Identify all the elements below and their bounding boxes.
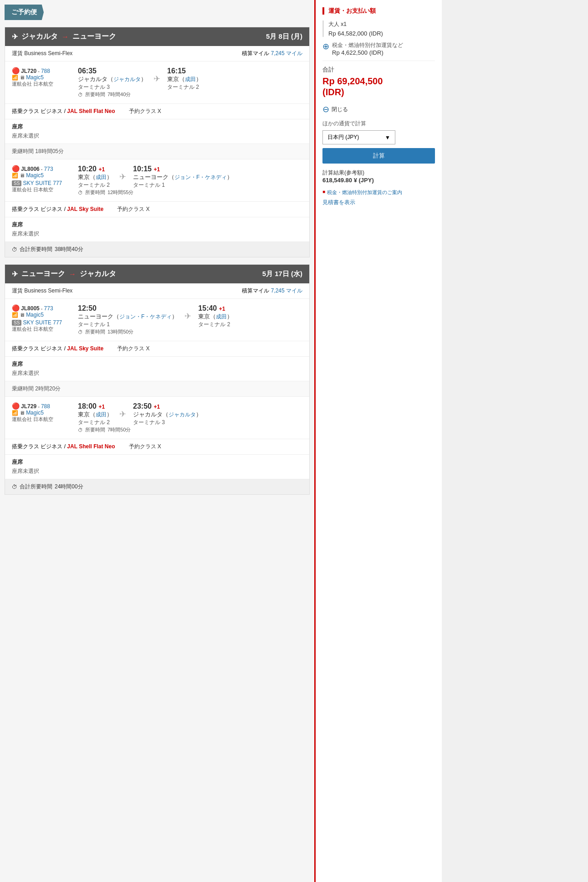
return-seg2-depart-link[interactable]: 成田 bbox=[96, 411, 107, 418]
segment1-arrive-city: 東京（成田） bbox=[167, 75, 202, 83]
segment1-arrive-terminal: ターミナル 2 bbox=[167, 83, 202, 91]
main-content: ご予約便 ✈ ジャカルタ → ニューヨーク 5月 8日 (月) 運賃 Busin… bbox=[0, 0, 314, 882]
outbound-flight-card: ✈ ジャカルタ → ニューヨーク 5月 8日 (月) 運賃 Business S… bbox=[5, 27, 310, 257]
flight-arrow-1: ✈ bbox=[153, 67, 160, 84]
estimate-link[interactable]: 見積書を表示 bbox=[322, 199, 435, 206]
segment1-airline-name: 運航会社 日本航空 bbox=[12, 81, 71, 87]
seg1-depart-link[interactable]: ジャカルタ bbox=[113, 76, 141, 82]
sidebar: 運賃・お支払い額 大人 x1 Rp 64,582,000 (IDR) ⊕ 税金・… bbox=[314, 0, 442, 882]
return-seg2-depart-terminal: ターミナル 2 bbox=[78, 419, 112, 426]
wifi-icon-2: 📶 bbox=[12, 173, 18, 178]
seg2-arrive-link[interactable]: ジョン・F・ケネディ bbox=[174, 174, 227, 180]
outbound-route: ✈ ジャカルタ → ニューヨーク bbox=[12, 32, 116, 41]
booking-class-2: 予約クラス X bbox=[117, 205, 149, 213]
clock-icon-r1: ⏱ bbox=[78, 329, 83, 335]
outbound-seg1-aircraft-link[interactable]: 788 bbox=[41, 68, 50, 74]
magic5-link-1[interactable]: Magic5 bbox=[26, 74, 44, 81]
class2-label: 搭乗クラス ビジネス / JAL Sky Suite bbox=[12, 205, 103, 213]
segment1-wifi-row: 📶 🖥 Magic5 bbox=[12, 74, 71, 81]
outbound-seg2-aircraft-link[interactable]: 773 bbox=[44, 166, 53, 172]
return-seg1-airline: 🔴 JL8005 - 773 📶 🖥 Magic5 SS SKY SUITE 7… bbox=[12, 304, 71, 335]
jal-logo-r2: 🔴 bbox=[12, 402, 20, 410]
return-seat-1: 座席 座席未選択 bbox=[5, 357, 309, 381]
return-seg1-aircraft-link[interactable]: 773 bbox=[44, 305, 53, 312]
sky-suite-link-r1[interactable]: SKY SUITE 777 bbox=[23, 319, 62, 326]
return-seg2-airline-name: 運航会社 日本航空 bbox=[12, 416, 71, 423]
return-segment-2: 🔴 JL729 - 788 📶 🖥 Magic5 運航会社 日本航空 18:0 bbox=[5, 397, 309, 439]
return-route: ✈ ニューヨーク → ジャカルタ bbox=[12, 269, 116, 279]
seat2-value: 座席未選択 bbox=[12, 230, 302, 238]
outbound-miles-link[interactable]: 7,245 マイル bbox=[271, 50, 302, 56]
return-seg2-details: 18:00 +1 東京（成田） ターミナル 2 ✈ 23:50 +1 bbox=[78, 402, 302, 433]
tax-notice-icon: ■ bbox=[322, 189, 325, 194]
close-button[interactable]: ⊖ 閉じる bbox=[322, 104, 435, 114]
return-class-1: 搭乗クラス ビジネス / JAL Sky Suite 予約クラス X bbox=[5, 341, 309, 357]
return-segment-1: 🔴 JL8005 - 773 📶 🖥 Magic5 SS SKY SUITE 7… bbox=[5, 299, 309, 341]
return-seg1-wifi-row: 📶 🖥 Magic5 bbox=[12, 312, 71, 318]
clock-icon-2: ⏱ bbox=[78, 190, 83, 195]
return-class2-label: 搭乗クラス ビジネス / JAL Shell Flat Neo bbox=[12, 443, 115, 451]
return-seg1-depart-link[interactable]: ジョン・F・ケネディ bbox=[119, 313, 172, 320]
magic5-link-r2[interactable]: Magic5 bbox=[26, 410, 44, 416]
seg2-depart-link[interactable]: 成田 bbox=[96, 174, 107, 180]
outbound-seat-2: 座席 座席未選択 bbox=[5, 217, 309, 242]
return-header: ✈ ニューヨーク → ジャカルタ 5月 17日 (水) bbox=[5, 265, 309, 283]
return-booking-class-1: 予約クラス X bbox=[117, 345, 149, 353]
tax-price: Rp 4,622,500 (IDR) bbox=[332, 49, 403, 56]
jal-brand-link-1[interactable]: JAL Shell Flat Neo bbox=[67, 108, 115, 114]
segment1-depart-city: ジャカルタ（ジャカルタ） bbox=[78, 75, 147, 83]
currency-dropdown[interactable]: 日本円 (JPY) ▼ bbox=[322, 130, 395, 144]
magic5-link-r1[interactable]: Magic5 bbox=[26, 312, 44, 318]
return-seg1-depart-time: 12:50 bbox=[78, 304, 178, 313]
jal-brand-link-2[interactable]: JAL Sky Suite bbox=[67, 206, 103, 212]
return-seat1-title: 座席 bbox=[12, 360, 302, 368]
return-seg1-details: 12:50 ニューヨーク（ジョン・F・ケネディ） ターミナル 1 ✈ 15:40… bbox=[78, 304, 302, 335]
segment1-times: 06:35 ジャカルタ（ジャカルタ） ターミナル 3 ✈ 16:15 東京（成田… bbox=[78, 67, 302, 91]
segment2-depart-terminal: ターミナル 2 bbox=[78, 181, 112, 189]
chevron-down-icon: ▼ bbox=[385, 134, 390, 141]
return-seg2-duration: ⏱ 所要時間 7時間50分 bbox=[78, 426, 302, 433]
outbound-date: 5月 8日 (月) bbox=[266, 32, 302, 41]
return-transit: 乗継時間 2時間20分 bbox=[5, 381, 309, 397]
segment2-airline-name: 運航会社 日本航空 bbox=[12, 186, 71, 193]
return-seg1-times: 12:50 ニューヨーク（ジョン・F・ケネディ） ターミナル 1 ✈ 15:40… bbox=[78, 304, 302, 328]
return-seg2-aircraft-link[interactable]: 788 bbox=[41, 403, 50, 410]
adult-price: Rp 64,582,000 (IDR) bbox=[328, 30, 435, 37]
return-jal-brand-link-2[interactable]: JAL Shell Flat Neo bbox=[67, 443, 115, 450]
return-miles-link[interactable]: 7,245 マイル bbox=[271, 287, 302, 294]
return-seat-2: 座席 座席未選択 bbox=[5, 455, 309, 479]
return-flight-card: ✈ ニューヨーク → ジャカルタ 5月 17日 (水) 運賃 Business … bbox=[5, 264, 310, 495]
seg1-arrive-link[interactable]: 成田 bbox=[185, 76, 196, 82]
return-seg2-arrive-city: ジャカルタ（ジャカルタ） bbox=[133, 410, 202, 419]
tax-notice-link[interactable]: 税金・燃油特別付加運賃のご案内 bbox=[327, 189, 402, 196]
add-icon[interactable]: ⊕ bbox=[322, 41, 329, 51]
return-seg2-arrive-link[interactable]: ジャカルタ bbox=[169, 411, 196, 418]
monitor-icon-2: 🖥 bbox=[20, 173, 25, 178]
jal-logo-r1: 🔴 bbox=[12, 304, 20, 312]
return-seat1-value: 座席未選択 bbox=[12, 369, 302, 377]
tax-label: 税金・燃油特別付加運賃など bbox=[332, 41, 403, 49]
segment1-details: 06:35 ジャカルタ（ジャカルタ） ターミナル 3 ✈ 16:15 東京（成田… bbox=[78, 67, 302, 98]
segment2-depart-city: 東京（成田） bbox=[78, 173, 112, 181]
return-seg2-wifi-row: 📶 🖥 Magic5 bbox=[12, 410, 71, 416]
currency-section-label: ほかの通貨で計算 bbox=[322, 120, 435, 128]
return-date: 5月 17日 (水) bbox=[262, 270, 302, 278]
magic5-link-2[interactable]: Magic5 bbox=[26, 172, 44, 179]
close-label: 閉じる bbox=[332, 106, 348, 113]
return-fare-label: 運賃 Business Semi-Flex bbox=[12, 287, 72, 295]
return-class1-label: 搭乗クラス ビジネス / JAL Sky Suite bbox=[12, 345, 103, 353]
return-jal-brand-link-1[interactable]: JAL Sky Suite bbox=[67, 345, 103, 352]
clock-icon-r2: ⏱ bbox=[78, 427, 83, 433]
jal-logo-1: 🔴 bbox=[12, 67, 20, 74]
seat1-title: 座席 bbox=[12, 123, 302, 131]
jal-logo-2: 🔴 bbox=[12, 165, 20, 172]
segment2-flight-info: 🔴 JL8006 - 773 bbox=[12, 165, 71, 172]
sky-suite-link-2[interactable]: SKY SUITE 777 bbox=[23, 180, 62, 186]
return-booking-class-2: 予約クラス X bbox=[129, 443, 161, 451]
segment1-flight-info: 🔴 JL720 - 788 bbox=[12, 67, 71, 74]
return-seg1-arrive-link[interactable]: 成田 bbox=[216, 313, 227, 320]
segment2-wifi-row: 📶 🖥 Magic5 bbox=[12, 172, 71, 179]
plane-icon-return: ✈ bbox=[12, 270, 18, 278]
segment2-suite-row: SS SKY SUITE 777 bbox=[12, 180, 71, 186]
calc-button[interactable]: 計算 bbox=[322, 148, 435, 164]
